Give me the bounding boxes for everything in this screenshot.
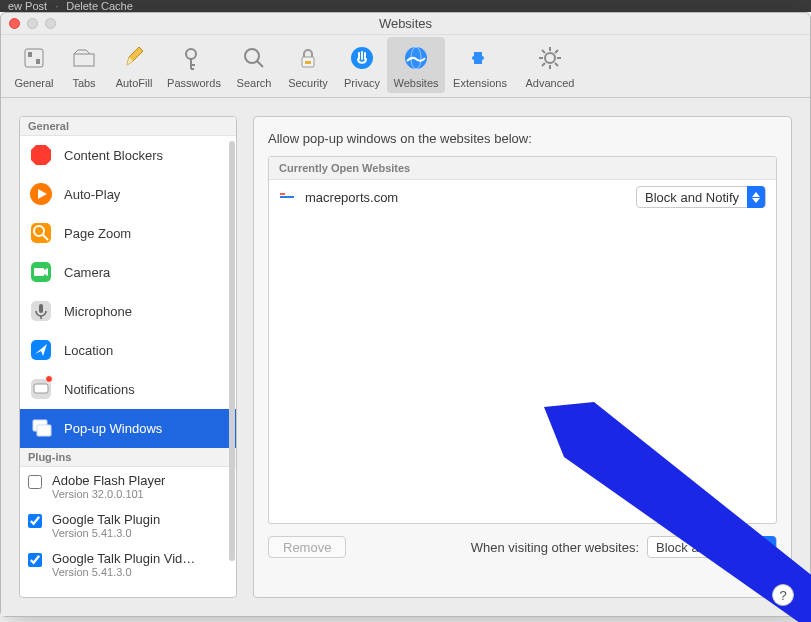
websites-list: Currently Open Websites macreports.com B… <box>268 156 777 524</box>
toolbar-general[interactable]: General <box>9 37 59 93</box>
prefs-toolbar: General Tabs AutoFill Passwords Search <box>1 35 810 98</box>
sidebar-item-auto-play[interactable]: Auto-Play <box>20 175 236 214</box>
sidebar-item-page-zoom[interactable]: Page Zoom <box>20 214 236 253</box>
preferences-window: Websites General Tabs AutoFill Password <box>0 12 811 617</box>
sidebar-item-camera[interactable]: Camera <box>20 253 236 292</box>
toolbar-label: Advanced <box>526 77 575 89</box>
plugin-item-google-talk[interactable]: Google Talk Plugin Version 5.41.3.0 <box>20 506 236 545</box>
hand-icon <box>348 41 376 75</box>
svg-rect-42 <box>280 193 285 195</box>
sidebar-item-label: Content Blockers <box>64 148 163 163</box>
favicon-icon <box>279 191 295 203</box>
toolbar-autofill[interactable]: AutoFill <box>109 37 159 93</box>
switches-icon <box>20 41 48 75</box>
svg-marker-45 <box>763 542 771 547</box>
puzzle-icon <box>466 41 494 75</box>
camera-icon <box>28 259 54 285</box>
globe-icon <box>402 41 430 75</box>
svg-line-21 <box>542 63 545 66</box>
bg-toolbar-item: Delete Cache <box>66 0 133 12</box>
svg-rect-0 <box>25 49 43 67</box>
bg-toolbar-item: ew Post <box>8 0 47 12</box>
svg-rect-39 <box>37 425 51 436</box>
svg-rect-41 <box>280 196 294 198</box>
toolbar-advanced[interactable]: Advanced <box>515 37 585 93</box>
toolbar-label: AutoFill <box>116 77 153 89</box>
website-row[interactable]: macreports.com Block and Notify <box>269 180 776 214</box>
sidebar-item-label: Pop-up Windows <box>64 421 162 436</box>
toolbar-label: Passwords <box>167 77 221 89</box>
plugin-checkbox[interactable] <box>28 475 42 489</box>
search-icon <box>240 41 268 75</box>
main-heading: Allow pop-up windows on the websites bel… <box>268 131 777 146</box>
svg-rect-37 <box>34 384 48 393</box>
lock-icon <box>294 41 322 75</box>
toolbar-label: Security <box>288 77 328 89</box>
microphone-icon <box>28 298 54 324</box>
svg-line-6 <box>257 61 263 67</box>
sidebar-item-location[interactable]: Location <box>20 331 236 370</box>
plugin-version: Version 5.41.3.0 <box>52 566 195 578</box>
plugin-name: Adobe Flash Player <box>52 473 165 488</box>
svg-rect-2 <box>36 59 40 64</box>
toolbar-search[interactable]: Search <box>229 37 279 93</box>
toolbar-security[interactable]: Security <box>279 37 337 93</box>
toolbar-privacy[interactable]: Privacy <box>337 37 387 93</box>
zoom-icon <box>28 220 54 246</box>
plugin-item-google-talk-vid[interactable]: Google Talk Plugin Vid… Version 5.41.3.0 <box>20 545 236 584</box>
list-header: Currently Open Websites <box>269 157 776 180</box>
svg-line-20 <box>555 50 558 53</box>
select-value: Block and Notify <box>656 540 750 555</box>
toolbar-extensions[interactable]: Extensions <box>445 37 515 93</box>
plugin-name: Google Talk Plugin Vid… <box>52 551 195 566</box>
default-policy-select[interactable]: Block and Notify <box>647 536 777 558</box>
toolbar-websites[interactable]: Websites <box>387 37 445 93</box>
sidebar-item-microphone[interactable]: Microphone <box>20 292 236 331</box>
svg-rect-1 <box>28 52 32 57</box>
svg-rect-29 <box>34 268 44 276</box>
play-icon <box>28 181 54 207</box>
main-panel: Allow pop-up windows on the websites bel… <box>253 116 792 598</box>
toolbar-label: Privacy <box>344 77 380 89</box>
sidebar-item-notifications[interactable]: Notifications <box>20 370 236 409</box>
website-domain: macreports.com <box>305 190 398 205</box>
svg-point-13 <box>545 53 555 63</box>
svg-line-18 <box>542 50 545 53</box>
sidebar-item-label: Notifications <box>64 382 135 397</box>
background-toolbar: ew Post · Delete Cache <box>0 0 811 12</box>
plugin-version: Version 32.0.0.101 <box>52 488 165 500</box>
toolbar-label: Tabs <box>72 77 95 89</box>
plugin-checkbox[interactable] <box>28 553 42 567</box>
help-button[interactable]: ? <box>772 584 794 606</box>
window-title: Websites <box>1 16 810 31</box>
toolbar-label: Search <box>237 77 272 89</box>
svg-point-4 <box>186 49 196 59</box>
pencil-icon <box>120 41 148 75</box>
svg-rect-8 <box>305 61 311 64</box>
plugin-name: Google Talk Plugin <box>52 512 160 527</box>
select-value: Block and Notify <box>645 190 739 205</box>
plugin-checkbox[interactable] <box>28 514 42 528</box>
chevron-updown-icon <box>758 536 776 558</box>
plugin-item-flash[interactable]: Adobe Flash Player Version 32.0.0.101 <box>20 467 236 506</box>
categories-sidebar: General Content Blockers Auto-Play <box>19 116 237 598</box>
default-policy-label: When visiting other websites: <box>471 540 639 555</box>
tab-icon <box>70 41 98 75</box>
svg-point-5 <box>245 49 259 63</box>
toolbar-label: General <box>14 77 53 89</box>
sidebar-item-content-blockers[interactable]: Content Blockers <box>20 136 236 175</box>
toolbar-tabs[interactable]: Tabs <box>59 37 109 93</box>
svg-marker-44 <box>752 198 760 203</box>
sidebar-item-popup-windows[interactable]: Pop-up Windows <box>20 409 236 448</box>
stop-sign-icon <box>28 142 54 168</box>
svg-marker-46 <box>763 548 771 553</box>
svg-rect-3 <box>74 54 94 66</box>
remove-button[interactable]: Remove <box>268 536 346 558</box>
notifications-badge-icon <box>45 375 53 383</box>
gear-icon <box>536 41 564 75</box>
website-policy-select[interactable]: Block and Notify <box>636 186 766 208</box>
toolbar-passwords[interactable]: Passwords <box>159 37 229 93</box>
svg-marker-43 <box>752 192 760 197</box>
plugin-version: Version 5.41.3.0 <box>52 527 160 539</box>
sidebar-scrollbar[interactable] <box>229 141 235 561</box>
